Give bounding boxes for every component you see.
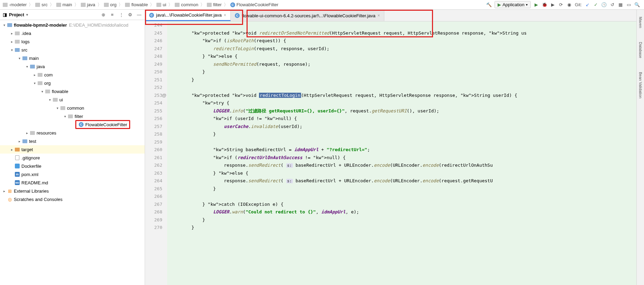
project-header: ◨ Project ▾ ⊕ ≡ ⋮ ⚙ — — [0, 10, 145, 20]
tool-window-bean-validation[interactable]: Bean Validation — [638, 72, 643, 98]
tool-window-maven[interactable]: Maven — [638, 17, 643, 28]
tree-item[interactable]: MDREADME.md — [0, 178, 145, 187]
navigation-bar: -modeler〉src〉main〉java〉org〉flowable〉ui〉c… — [0, 0, 644, 10]
breadcrumb-item[interactable]: common — [173, 2, 200, 7]
tree-item[interactable]: ▾org — [0, 79, 145, 87]
collapse-icon[interactable]: ⋮ — [118, 12, 124, 18]
tree-item[interactable]: ▾main — [0, 54, 145, 62]
tree-item[interactable]: .gitignore — [0, 154, 145, 162]
tree-item[interactable]: ▸logs — [0, 37, 145, 46]
project-tool-title[interactable]: ◨ Project ▾ — [3, 12, 100, 17]
breadcrumb-item[interactable]: flowable — [124, 2, 149, 7]
git-label: Git: — [575, 2, 582, 7]
code-content[interactable]: "kw">protected "kw">void redirectOrSendN… — [167, 21, 636, 285]
debug-icon[interactable]: 🐞 — [542, 2, 547, 8]
editor-tab[interactable]: Cflowable-ui-common-6.4.2-sources.jar!\.… — [231, 10, 384, 21]
tree-item[interactable]: ▾java — [0, 62, 145, 71]
toolbar: 🔨 ▶ Application ▾ ▶ 🐞 ▶ ⟳ ◉ Git: ↙ ✓ 🕓 ↺… — [486, 1, 643, 8]
coverage-icon[interactable]: ▶ — [550, 2, 556, 8]
code-editor[interactable]: 244245246247248249250251252@253254255256… — [145, 21, 636, 285]
breadcrumb-item[interactable]: -modeler — [1, 2, 28, 7]
close-icon[interactable]: × — [224, 13, 226, 18]
settings-icon[interactable]: ⚙ — [127, 12, 133, 18]
tree-item[interactable]: ▸test — [0, 137, 145, 145]
tree-item[interactable]: ▾ui — [0, 95, 145, 104]
run-config-selector[interactable]: ▶ Application ▾ — [494, 1, 531, 8]
breadcrumb-item[interactable]: src — [34, 2, 49, 7]
run-icon[interactable]: ▶ — [534, 2, 539, 8]
tool-window-database[interactable]: Database — [638, 42, 643, 58]
locate-icon[interactable]: ⊕ — [100, 12, 106, 18]
search-icon[interactable]: 🔍 — [634, 2, 640, 8]
git-revert-icon[interactable]: ↺ — [609, 2, 615, 8]
breadcrumb-item[interactable]: org — [103, 2, 118, 7]
build-icon[interactable]: 🔨 — [486, 2, 492, 8]
editor-tab[interactable]: Cjava\...\FlowableCookieFilter.java× — [145, 10, 231, 21]
ide-settings-icon[interactable]: ▦ — [618, 2, 623, 8]
project-panel: ◨ Project ▾ ⊕ ≡ ⋮ ⚙ — ▾ flowable-bpmn2-m… — [0, 10, 145, 285]
breadcrumb-item[interactable]: filter — [205, 2, 223, 7]
breadcrumb-item[interactable]: ui — [155, 2, 167, 7]
tree-item[interactable]: ▾src — [0, 46, 145, 54]
hide-icon[interactable]: — — [136, 12, 142, 18]
breadcrumb-item[interactable]: main — [55, 2, 74, 7]
breadcrumb-item[interactable]: CFlowableCookieFilter — [229, 2, 280, 7]
window-icon[interactable]: ▭ — [626, 2, 632, 8]
tree-item[interactable]: ▸.idea — [0, 29, 145, 37]
breadcrumb-item[interactable]: java — [79, 2, 97, 7]
tree-item[interactable]: CFlowableCookieFilter — [0, 120, 145, 129]
gutter[interactable]: 244245246247248249250251252@253254255256… — [145, 21, 167, 285]
breadcrumb: -modeler〉src〉main〉java〉org〉flowable〉ui〉c… — [1, 2, 486, 8]
tree-item[interactable]: mpom.xml — [0, 170, 145, 178]
expand-icon[interactable]: ≡ — [109, 12, 115, 18]
tree-item[interactable]: ▾flowable — [0, 87, 145, 95]
external-libraries[interactable]: ▸ ⊞ External Libraries — [0, 187, 145, 195]
tree-item[interactable]: ▸com — [0, 71, 145, 79]
tree-item[interactable]: Dockerfile — [0, 162, 145, 170]
close-icon[interactable]: × — [377, 13, 380, 18]
stop-icon[interactable]: ⟳ — [558, 2, 564, 8]
tree-item[interactable]: ▾common — [0, 104, 145, 112]
class-icon: C — [149, 13, 154, 18]
project-root[interactable]: ▾ flowable-bpmn2-modeler E:\IDEA_HOME\mi… — [0, 21, 145, 29]
project-tree[interactable]: ▾ flowable-bpmn2-modeler E:\IDEA_HOME\mi… — [0, 20, 145, 285]
right-tool-rail: MavenDatabaseBean Validation — [636, 10, 644, 285]
tree-item[interactable]: ▾filter — [0, 112, 145, 120]
git-commit-icon[interactable]: ✓ — [593, 2, 598, 8]
class-icon: C — [235, 13, 240, 18]
editor-tabs: Cjava\...\FlowableCookieFilter.java×Cflo… — [145, 10, 636, 21]
git-history-icon[interactable]: 🕓 — [601, 2, 607, 8]
scratches-consoles[interactable]: ◎ Scratches and Consoles — [0, 195, 145, 203]
editor-area: Cjava\...\FlowableCookieFilter.java×Cflo… — [145, 10, 636, 285]
tree-item[interactable]: ▸target — [0, 145, 145, 154]
profile-icon[interactable]: ◉ — [567, 2, 572, 8]
git-update-icon[interactable]: ↙ — [585, 2, 590, 8]
tree-item[interactable]: ▸resources — [0, 129, 145, 137]
